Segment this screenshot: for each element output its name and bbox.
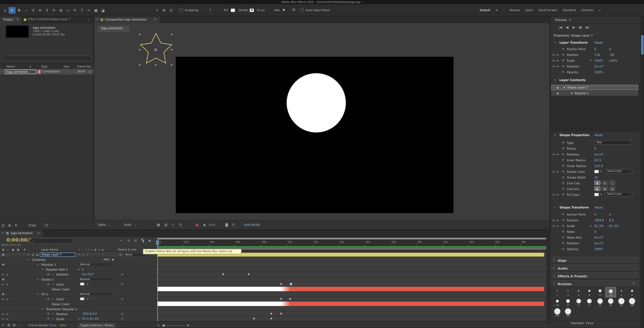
keyframe-navigator[interactable]: ◀◇▶ (552, 225, 560, 227)
property-row-fill-1-7[interactable]: ◉▾Fill 1Normal▾ (0, 292, 157, 296)
brush-size-13[interactable]: 13 (552, 297, 563, 308)
clone-stamp-tool[interactable]: ▣ (92, 7, 100, 14)
bbox-handle-bottom-left[interactable] (139, 64, 140, 66)
twirl-icon[interactable]: ▾ (37, 263, 38, 266)
graph-editor-toggle-icon[interactable]: ≈ (52, 273, 54, 276)
brush-size-27[interactable]: 27 (584, 297, 595, 308)
keyframe-navigator[interactable]: ◀◇▶ (552, 170, 560, 173)
project-footer-panel-icon[interactable]: ▤ (2, 224, 4, 227)
audio-column-icon[interactable]: ♪ (7, 248, 9, 251)
stopwatch-icon[interactable]: ◔ (562, 193, 564, 196)
property-pick-whip-icon[interactable]: ◎ (121, 317, 124, 320)
brush-size-35[interactable]: 35 (595, 297, 605, 308)
shape-transform-reset-button[interactable]: Reset (595, 206, 603, 209)
shape-transform-row-anchor-point-value-1[interactable]: 0 (594, 212, 596, 216)
stopwatch-icon[interactable]: ◔ (562, 152, 564, 156)
butt-cap-button[interactable]: ▮ (594, 181, 600, 185)
property-row-polystar-path-1-2[interactable]: ▾Polystar Path 1≡⇆ (0, 267, 157, 272)
tab-composition[interactable]: × Composition logo animation ≡ (94, 17, 160, 23)
footer-search-icon[interactable]: ⌕ (19, 323, 20, 327)
parent-pick-whip-icon[interactable]: ◎ (120, 253, 122, 256)
keyframe-navigator[interactable]: ◀◇▶ (2, 313, 10, 315)
grid-options-icon[interactable]: ▦ (157, 223, 160, 227)
keyframe-navigator[interactable]: ◀◇▶ (552, 54, 560, 56)
stopwatch-icon[interactable]: ◔ (562, 230, 564, 233)
layer-transform-row-position-value-1[interactable]: 718 (594, 53, 600, 57)
brush-size-100[interactable]: 100 (627, 297, 637, 308)
keyframe-navigator[interactable]: ◀◇▶ (552, 65, 560, 68)
property-row-color-5[interactable]: ◀◇▶◔≈Color=◎ (0, 282, 157, 287)
toggle-switches-modes-button[interactable]: Toggle Switches / Modes (78, 323, 116, 328)
link-icon[interactable]: ∞ (590, 224, 592, 227)
blend-mode-dropdown[interactable]: Normal▾ (78, 277, 114, 281)
property-row-color-8[interactable]: ◀◇▶◔≈Color=◎ (0, 297, 157, 301)
twirl-icon[interactable]: ▾ (28, 258, 29, 260)
type-tool[interactable]: T (78, 7, 86, 14)
brush-size-19[interactable]: 19 (605, 287, 616, 297)
channels-icon[interactable]: ◧ (196, 223, 199, 227)
property-row-contents-0[interactable]: ▾ContentsAdd:◉ (0, 257, 157, 262)
show-snapshot-icon[interactable]: ⊡ (232, 223, 235, 227)
add-insert-icon[interactable]: ⊞ (292, 8, 295, 12)
region-of-interest-icon[interactable]: ⊡ (179, 223, 182, 227)
layer-transform-row-scale-value-2[interactable]: 100% (609, 59, 618, 62)
shape-properties-row-rotation-value-1[interactable]: 0x+0° (594, 152, 604, 156)
magnification-dropdown[interactable]: 100% (98, 223, 106, 227)
workspace-standard[interactable]: Standard (563, 9, 576, 12)
property-pick-whip-icon[interactable]: ◎ (121, 312, 124, 315)
layer-switches[interactable]: ✦☼╲ (78, 253, 90, 256)
workspace-libraries[interactable]: Libraries (581, 9, 594, 12)
project-panel-menu-icon[interactable]: ≡ (16, 18, 19, 21)
shape-properties-row-points-value-1[interactable]: 5 (594, 147, 596, 150)
shape-tool[interactable]: ▭ (64, 7, 72, 14)
stopwatch-icon[interactable]: ◔ (562, 219, 564, 222)
add-play-icon[interactable]: ▶ (283, 8, 286, 12)
graph-editor-toggle-icon[interactable]: ≈ (52, 283, 54, 285)
timeline-panel-menu-icon[interactable]: ≡ (37, 231, 40, 235)
shape-transform-row-opacity-value-1[interactable]: 100% (594, 247, 603, 251)
rotation-tool[interactable]: ↻ (50, 7, 58, 14)
shape-transform-row-scale-value-1[interactable]: 91.3% (594, 224, 604, 228)
layer-name-column-header[interactable]: Layer Name (41, 248, 58, 251)
layer-transform-reset-button[interactable]: Reset (595, 41, 603, 44)
video-column-icon[interactable]: ◉ (2, 248, 4, 251)
workspace-default[interactable]: Default (480, 9, 490, 12)
stopwatch-icon[interactable]: ◔ (47, 297, 49, 301)
eye-icon[interactable]: ◉ (2, 278, 4, 281)
graph-editor-toggle-icon[interactable]: ≈ (52, 317, 54, 320)
expression-icon[interactable]: = (86, 282, 88, 286)
layer-contents-item-shape-layer-7[interactable]: ◉★Shape Layer 7 (551, 85, 638, 90)
layer-contents-item-polystar-1[interactable]: ◉★Polystar 1 (551, 90, 638, 96)
eye-icon[interactable]: ◉ (2, 263, 4, 266)
shape-properties-twirl-icon[interactable]: ▾ (554, 134, 556, 136)
brush-tool[interactable]: ✑ (86, 7, 92, 14)
twirl-icon[interactable]: ▾ (37, 278, 38, 280)
brush-size-17[interactable]: 17 (563, 297, 573, 308)
round-join-button[interactable]: ◕ (602, 186, 608, 191)
tab-timeline[interactable]: × logo animation ≡ (0, 230, 43, 237)
stopwatch-icon[interactable]: ◔ (562, 141, 564, 144)
snapping-checkbox[interactable] (180, 9, 183, 12)
workspace-overflow-icon[interactable]: » (599, 9, 600, 12)
brush-diameter-label[interactable]: Diameter: 19 px (571, 322, 594, 325)
column-size[interactable]: Size (64, 65, 70, 68)
timeline-search-field[interactable]: ⌕ (30, 238, 74, 243)
brushes-panel-menu-icon[interactable]: ≡ (632, 282, 635, 285)
stopwatch-icon[interactable]: ◔ (562, 70, 564, 74)
selection-tool[interactable]: ↖ (9, 7, 16, 14)
guides-icon[interactable]: ▥ (164, 223, 168, 227)
column-name[interactable]: Name (7, 65, 15, 68)
shape-transform-row-position-value-2[interactable]: 8.2 (609, 218, 614, 222)
bpc-button[interactable]: 8 bpc (29, 224, 36, 227)
bbox-handle-mid-left[interactable] (139, 49, 140, 51)
zoom-out-mountain-icon[interactable]: ▲ (158, 324, 159, 326)
graph-editor-toggle-icon[interactable]: ≈ (52, 297, 54, 300)
property-pick-whip-icon[interactable]: ◎ (121, 297, 124, 301)
twirl-icon[interactable]: ▾ (37, 293, 38, 295)
stroke-color-swatch[interactable] (594, 170, 599, 173)
stopwatch-icon[interactable]: ◔ (562, 158, 564, 162)
stopwatch-icon[interactable]: ◔ (562, 170, 564, 173)
stopwatch-icon[interactable]: ◔ (562, 224, 564, 228)
timeline-ruler[interactable]: 0s02s04s06s08s10s12s14s16s18s20s22s24s26… (157, 240, 546, 247)
project-footer-settings-icon[interactable]: ✱ (15, 224, 17, 227)
